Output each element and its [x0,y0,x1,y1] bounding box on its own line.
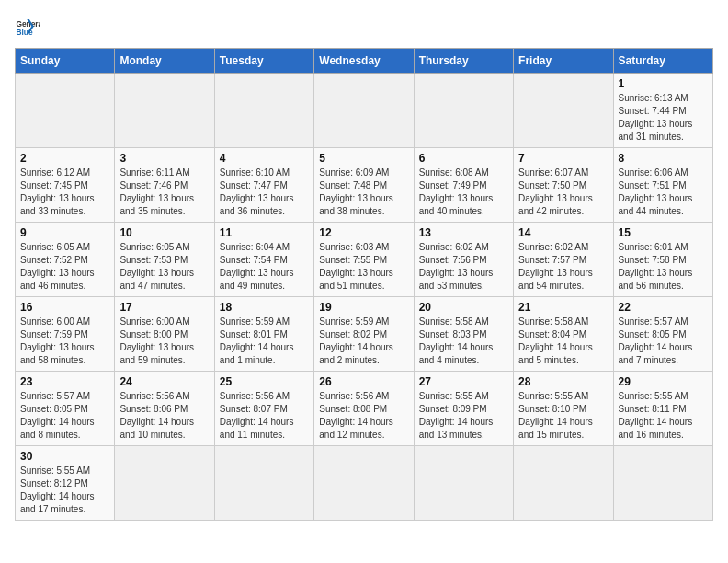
day-cell: 22Sunrise: 5:57 AM Sunset: 8:05 PM Dayli… [613,297,712,372]
day-cell: 4Sunrise: 6:10 AM Sunset: 7:47 PM Daylig… [214,148,313,223]
day-info: Sunrise: 5:55 AM Sunset: 8:10 PM Dayligh… [518,390,608,442]
day-cell: 27Sunrise: 5:55 AM Sunset: 8:09 PM Dayli… [414,372,513,446]
day-cell: 25Sunrise: 5:56 AM Sunset: 8:07 PM Dayli… [214,372,313,446]
weekday-header-sunday: Sunday [16,49,115,74]
day-number: 28 [518,375,608,388]
day-cell: 17Sunrise: 6:00 AM Sunset: 8:00 PM Dayli… [115,297,214,372]
day-number: 8 [619,152,708,165]
day-info: Sunrise: 5:55 AM Sunset: 8:11 PM Dayligh… [619,390,708,442]
day-info: Sunrise: 6:00 AM Sunset: 8:00 PM Dayligh… [119,316,209,367]
day-info: Sunrise: 6:05 AM Sunset: 7:53 PM Dayligh… [119,241,209,293]
day-cell: 1Sunrise: 6:13 AM Sunset: 7:44 PM Daylig… [613,74,712,148]
day-cell: 21Sunrise: 5:58 AM Sunset: 8:04 PM Dayli… [514,297,613,372]
day-cell: 2Sunrise: 6:12 AM Sunset: 7:45 PM Daylig… [16,148,115,223]
day-cell: 6Sunrise: 6:08 AM Sunset: 7:49 PM Daylig… [414,148,513,223]
day-info: Sunrise: 6:01 AM Sunset: 7:58 PM Dayligh… [619,241,708,293]
day-cell [314,446,414,521]
day-number: 3 [119,152,209,165]
day-cell [16,74,115,148]
day-number: 2 [20,152,109,165]
day-info: Sunrise: 5:59 AM Sunset: 8:02 PM Dayligh… [319,316,408,367]
day-cell: 18Sunrise: 5:59 AM Sunset: 8:01 PM Dayli… [214,297,313,372]
week-row-3: 9Sunrise: 6:05 AM Sunset: 7:52 PM Daylig… [16,223,713,297]
day-number: 6 [419,152,508,165]
day-cell: 14Sunrise: 6:02 AM Sunset: 7:57 PM Dayli… [514,223,613,297]
weekday-header-monday: Monday [115,49,214,74]
day-info: Sunrise: 6:02 AM Sunset: 7:57 PM Dayligh… [518,241,608,293]
day-cell: 3Sunrise: 6:11 AM Sunset: 7:46 PM Daylig… [115,148,214,223]
day-number: 1 [619,77,708,90]
day-cell [314,74,414,148]
weekday-header-tuesday: Tuesday [214,49,313,74]
header: General Blue [15,15,713,40]
day-info: Sunrise: 6:03 AM Sunset: 7:55 PM Dayligh… [319,241,408,293]
day-cell: 16Sunrise: 6:00 AM Sunset: 7:59 PM Dayli… [16,297,115,372]
day-info: Sunrise: 5:55 AM Sunset: 8:12 PM Dayligh… [20,465,109,516]
day-number: 15 [619,226,708,239]
day-cell: 19Sunrise: 5:59 AM Sunset: 8:02 PM Dayli… [314,297,414,372]
day-info: Sunrise: 6:12 AM Sunset: 7:45 PM Dayligh… [20,167,109,218]
day-info: Sunrise: 6:00 AM Sunset: 7:59 PM Dayligh… [20,316,109,367]
day-cell: 24Sunrise: 5:56 AM Sunset: 8:06 PM Dayli… [115,372,214,446]
weekday-header-wednesday: Wednesday [314,49,414,74]
weekday-header-row: SundayMondayTuesdayWednesdayThursdayFrid… [16,49,713,74]
day-number: 30 [20,450,109,463]
week-row-1: 1Sunrise: 6:13 AM Sunset: 7:44 PM Daylig… [16,74,713,148]
day-info: Sunrise: 5:57 AM Sunset: 8:05 PM Dayligh… [20,390,109,442]
day-cell [115,446,214,521]
day-info: Sunrise: 6:09 AM Sunset: 7:48 PM Dayligh… [319,167,408,218]
day-cell: 7Sunrise: 6:07 AM Sunset: 7:50 PM Daylig… [514,148,613,223]
calendar-table: SundayMondayTuesdayWednesdayThursdayFrid… [15,48,713,521]
day-cell: 23Sunrise: 5:57 AM Sunset: 8:05 PM Dayli… [16,372,115,446]
day-info: Sunrise: 5:58 AM Sunset: 8:04 PM Dayligh… [518,316,608,367]
day-number: 29 [619,375,708,388]
day-number: 12 [319,226,408,239]
day-info: Sunrise: 5:58 AM Sunset: 8:03 PM Dayligh… [419,316,508,367]
day-number: 5 [319,152,408,165]
day-info: Sunrise: 5:56 AM Sunset: 8:06 PM Dayligh… [119,390,209,442]
day-info: Sunrise: 6:13 AM Sunset: 7:44 PM Dayligh… [619,92,708,144]
day-number: 11 [220,226,309,239]
day-info: Sunrise: 5:56 AM Sunset: 8:08 PM Dayligh… [319,390,408,442]
day-info: Sunrise: 6:07 AM Sunset: 7:50 PM Dayligh… [518,167,608,218]
day-cell [214,74,313,148]
day-cell [514,74,613,148]
day-cell: 9Sunrise: 6:05 AM Sunset: 7:52 PM Daylig… [16,223,115,297]
day-number: 19 [319,301,408,314]
day-cell: 15Sunrise: 6:01 AM Sunset: 7:58 PM Dayli… [613,223,712,297]
day-number: 23 [20,375,109,388]
day-cell [514,446,613,521]
weekday-header-friday: Friday [514,49,613,74]
day-number: 25 [220,375,309,388]
day-info: Sunrise: 6:05 AM Sunset: 7:52 PM Dayligh… [20,241,109,293]
day-cell: 5Sunrise: 6:09 AM Sunset: 7:48 PM Daylig… [314,148,414,223]
day-info: Sunrise: 5:55 AM Sunset: 8:09 PM Dayligh… [419,390,508,442]
week-row-4: 16Sunrise: 6:00 AM Sunset: 7:59 PM Dayli… [16,297,713,372]
day-cell [214,446,313,521]
day-number: 16 [20,301,109,314]
day-number: 18 [220,301,309,314]
logo-icon: General Blue [15,15,40,40]
day-cell: 13Sunrise: 6:02 AM Sunset: 7:56 PM Dayli… [414,223,513,297]
day-info: Sunrise: 6:11 AM Sunset: 7:46 PM Dayligh… [119,167,209,218]
day-number: 17 [119,301,209,314]
day-cell: 10Sunrise: 6:05 AM Sunset: 7:53 PM Dayli… [115,223,214,297]
week-row-2: 2Sunrise: 6:12 AM Sunset: 7:45 PM Daylig… [16,148,713,223]
day-number: 4 [220,152,309,165]
weekday-header-thursday: Thursday [414,49,513,74]
day-number: 24 [119,375,209,388]
day-cell: 11Sunrise: 6:04 AM Sunset: 7:54 PM Dayli… [214,223,313,297]
day-cell: 28Sunrise: 5:55 AM Sunset: 8:10 PM Dayli… [514,372,613,446]
day-info: Sunrise: 5:57 AM Sunset: 8:05 PM Dayligh… [619,316,708,367]
day-cell [414,74,513,148]
day-info: Sunrise: 6:04 AM Sunset: 7:54 PM Dayligh… [220,241,309,293]
weekday-header-saturday: Saturday [613,49,712,74]
day-number: 10 [119,226,209,239]
day-number: 13 [419,226,508,239]
day-cell: 30Sunrise: 5:55 AM Sunset: 8:12 PM Dayli… [16,446,115,521]
day-cell: 12Sunrise: 6:03 AM Sunset: 7:55 PM Dayli… [314,223,414,297]
day-info: Sunrise: 5:56 AM Sunset: 8:07 PM Dayligh… [220,390,309,442]
day-cell [613,446,712,521]
week-row-5: 23Sunrise: 5:57 AM Sunset: 8:05 PM Dayli… [16,372,713,446]
day-info: Sunrise: 6:10 AM Sunset: 7:47 PM Dayligh… [220,167,309,218]
